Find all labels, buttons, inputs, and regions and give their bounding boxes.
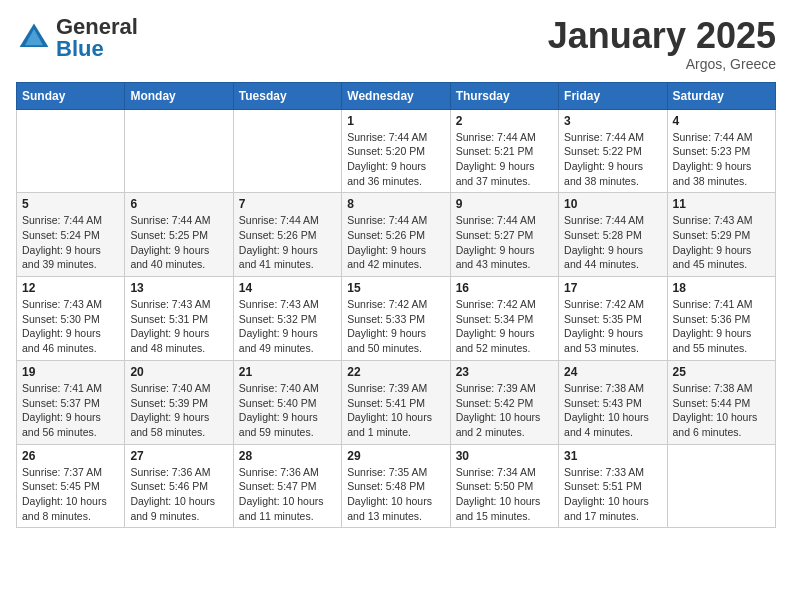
day-info: Sunrise: 7:37 AM Sunset: 5:45 PM Dayligh… (22, 465, 119, 524)
day-number: 26 (22, 449, 119, 463)
day-info: Sunrise: 7:41 AM Sunset: 5:36 PM Dayligh… (673, 297, 770, 356)
calendar-cell: 28Sunrise: 7:36 AM Sunset: 5:47 PM Dayli… (233, 444, 341, 528)
week-row-1: 1Sunrise: 7:44 AM Sunset: 5:20 PM Daylig… (17, 109, 776, 193)
day-info: Sunrise: 7:43 AM Sunset: 5:32 PM Dayligh… (239, 297, 336, 356)
calendar-cell: 16Sunrise: 7:42 AM Sunset: 5:34 PM Dayli… (450, 277, 558, 361)
day-header-friday: Friday (559, 82, 667, 109)
day-info: Sunrise: 7:44 AM Sunset: 5:28 PM Dayligh… (564, 213, 661, 272)
calendar-cell: 26Sunrise: 7:37 AM Sunset: 5:45 PM Dayli… (17, 444, 125, 528)
day-info: Sunrise: 7:40 AM Sunset: 5:40 PM Dayligh… (239, 381, 336, 440)
day-number: 19 (22, 365, 119, 379)
day-number: 7 (239, 197, 336, 211)
day-header-monday: Monday (125, 82, 233, 109)
calendar-cell: 31Sunrise: 7:33 AM Sunset: 5:51 PM Dayli… (559, 444, 667, 528)
day-info: Sunrise: 7:44 AM Sunset: 5:22 PM Dayligh… (564, 130, 661, 189)
calendar-cell: 29Sunrise: 7:35 AM Sunset: 5:48 PM Dayli… (342, 444, 450, 528)
week-row-5: 26Sunrise: 7:37 AM Sunset: 5:45 PM Dayli… (17, 444, 776, 528)
calendar-cell: 1Sunrise: 7:44 AM Sunset: 5:20 PM Daylig… (342, 109, 450, 193)
day-number: 8 (347, 197, 444, 211)
calendar-table: SundayMondayTuesdayWednesdayThursdayFrid… (16, 82, 776, 529)
day-number: 16 (456, 281, 553, 295)
calendar-cell: 17Sunrise: 7:42 AM Sunset: 5:35 PM Dayli… (559, 277, 667, 361)
calendar-cell: 7Sunrise: 7:44 AM Sunset: 5:26 PM Daylig… (233, 193, 341, 277)
logo-blue-text: Blue (56, 36, 104, 61)
calendar-cell: 24Sunrise: 7:38 AM Sunset: 5:43 PM Dayli… (559, 360, 667, 444)
day-number: 23 (456, 365, 553, 379)
calendar-cell: 21Sunrise: 7:40 AM Sunset: 5:40 PM Dayli… (233, 360, 341, 444)
calendar-cell (667, 444, 775, 528)
day-number: 10 (564, 197, 661, 211)
calendar-cell: 5Sunrise: 7:44 AM Sunset: 5:24 PM Daylig… (17, 193, 125, 277)
day-number: 28 (239, 449, 336, 463)
day-number: 18 (673, 281, 770, 295)
calendar-cell (233, 109, 341, 193)
day-number: 31 (564, 449, 661, 463)
day-info: Sunrise: 7:44 AM Sunset: 5:26 PM Dayligh… (239, 213, 336, 272)
calendar-cell: 2Sunrise: 7:44 AM Sunset: 5:21 PM Daylig… (450, 109, 558, 193)
day-number: 11 (673, 197, 770, 211)
day-info: Sunrise: 7:39 AM Sunset: 5:41 PM Dayligh… (347, 381, 444, 440)
calendar-cell: 22Sunrise: 7:39 AM Sunset: 5:41 PM Dayli… (342, 360, 450, 444)
month-title: January 2025 (548, 16, 776, 56)
calendar-body: 1Sunrise: 7:44 AM Sunset: 5:20 PM Daylig… (17, 109, 776, 528)
day-number: 30 (456, 449, 553, 463)
calendar-cell: 9Sunrise: 7:44 AM Sunset: 5:27 PM Daylig… (450, 193, 558, 277)
day-info: Sunrise: 7:38 AM Sunset: 5:43 PM Dayligh… (564, 381, 661, 440)
day-info: Sunrise: 7:43 AM Sunset: 5:30 PM Dayligh… (22, 297, 119, 356)
day-number: 21 (239, 365, 336, 379)
day-info: Sunrise: 7:34 AM Sunset: 5:50 PM Dayligh… (456, 465, 553, 524)
title-block: January 2025 Argos, Greece (548, 16, 776, 72)
day-header-tuesday: Tuesday (233, 82, 341, 109)
day-number: 1 (347, 114, 444, 128)
calendar-header-row: SundayMondayTuesdayWednesdayThursdayFrid… (17, 82, 776, 109)
day-info: Sunrise: 7:38 AM Sunset: 5:44 PM Dayligh… (673, 381, 770, 440)
day-number: 27 (130, 449, 227, 463)
day-info: Sunrise: 7:42 AM Sunset: 5:34 PM Dayligh… (456, 297, 553, 356)
calendar-cell: 23Sunrise: 7:39 AM Sunset: 5:42 PM Dayli… (450, 360, 558, 444)
day-info: Sunrise: 7:43 AM Sunset: 5:31 PM Dayligh… (130, 297, 227, 356)
calendar-cell: 4Sunrise: 7:44 AM Sunset: 5:23 PM Daylig… (667, 109, 775, 193)
day-number: 4 (673, 114, 770, 128)
day-info: Sunrise: 7:36 AM Sunset: 5:47 PM Dayligh… (239, 465, 336, 524)
calendar-cell: 14Sunrise: 7:43 AM Sunset: 5:32 PM Dayli… (233, 277, 341, 361)
day-header-saturday: Saturday (667, 82, 775, 109)
calendar-cell: 10Sunrise: 7:44 AM Sunset: 5:28 PM Dayli… (559, 193, 667, 277)
day-number: 29 (347, 449, 444, 463)
calendar-cell: 11Sunrise: 7:43 AM Sunset: 5:29 PM Dayli… (667, 193, 775, 277)
day-number: 20 (130, 365, 227, 379)
day-info: Sunrise: 7:42 AM Sunset: 5:35 PM Dayligh… (564, 297, 661, 356)
day-number: 15 (347, 281, 444, 295)
calendar-cell (17, 109, 125, 193)
calendar-cell: 25Sunrise: 7:38 AM Sunset: 5:44 PM Dayli… (667, 360, 775, 444)
calendar-cell: 27Sunrise: 7:36 AM Sunset: 5:46 PM Dayli… (125, 444, 233, 528)
day-info: Sunrise: 7:36 AM Sunset: 5:46 PM Dayligh… (130, 465, 227, 524)
day-number: 22 (347, 365, 444, 379)
calendar-cell: 8Sunrise: 7:44 AM Sunset: 5:26 PM Daylig… (342, 193, 450, 277)
day-info: Sunrise: 7:44 AM Sunset: 5:23 PM Dayligh… (673, 130, 770, 189)
day-info: Sunrise: 7:44 AM Sunset: 5:25 PM Dayligh… (130, 213, 227, 272)
calendar-cell: 15Sunrise: 7:42 AM Sunset: 5:33 PM Dayli… (342, 277, 450, 361)
day-number: 14 (239, 281, 336, 295)
calendar-cell: 20Sunrise: 7:40 AM Sunset: 5:39 PM Dayli… (125, 360, 233, 444)
calendar-cell: 13Sunrise: 7:43 AM Sunset: 5:31 PM Dayli… (125, 277, 233, 361)
day-number: 9 (456, 197, 553, 211)
day-info: Sunrise: 7:39 AM Sunset: 5:42 PM Dayligh… (456, 381, 553, 440)
day-info: Sunrise: 7:44 AM Sunset: 5:24 PM Dayligh… (22, 213, 119, 272)
day-info: Sunrise: 7:44 AM Sunset: 5:20 PM Dayligh… (347, 130, 444, 189)
logo-icon (16, 20, 52, 56)
day-info: Sunrise: 7:33 AM Sunset: 5:51 PM Dayligh… (564, 465, 661, 524)
day-number: 3 (564, 114, 661, 128)
day-number: 5 (22, 197, 119, 211)
day-header-wednesday: Wednesday (342, 82, 450, 109)
day-number: 24 (564, 365, 661, 379)
week-row-2: 5Sunrise: 7:44 AM Sunset: 5:24 PM Daylig… (17, 193, 776, 277)
day-info: Sunrise: 7:40 AM Sunset: 5:39 PM Dayligh… (130, 381, 227, 440)
day-info: Sunrise: 7:43 AM Sunset: 5:29 PM Dayligh… (673, 213, 770, 272)
page-header: General Blue January 2025 Argos, Greece (16, 16, 776, 72)
day-info: Sunrise: 7:44 AM Sunset: 5:26 PM Dayligh… (347, 213, 444, 272)
calendar-cell: 6Sunrise: 7:44 AM Sunset: 5:25 PM Daylig… (125, 193, 233, 277)
day-number: 12 (22, 281, 119, 295)
week-row-3: 12Sunrise: 7:43 AM Sunset: 5:30 PM Dayli… (17, 277, 776, 361)
logo: General Blue (16, 16, 138, 60)
calendar-cell: 12Sunrise: 7:43 AM Sunset: 5:30 PM Dayli… (17, 277, 125, 361)
